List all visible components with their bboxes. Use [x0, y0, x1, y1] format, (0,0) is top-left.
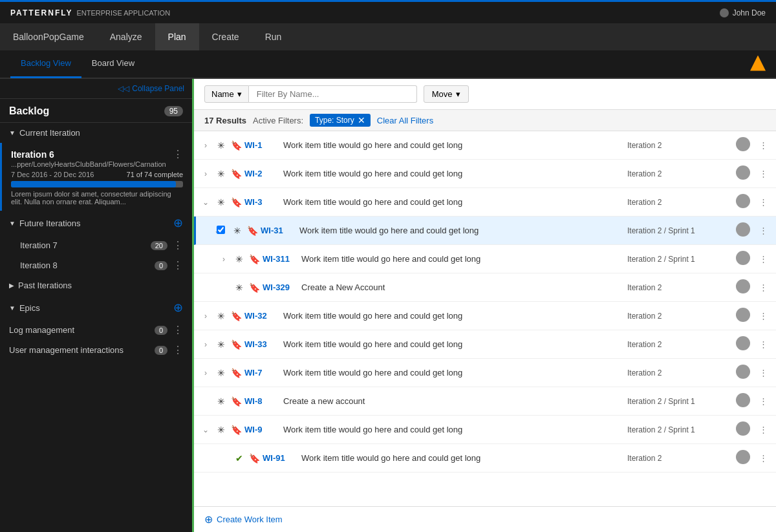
iteration-complete: 71 of 74 complete	[127, 171, 183, 178]
add-future-iteration-icon[interactable]: ⊕	[173, 216, 183, 230]
nav-item-create[interactable]: Create	[199, 23, 252, 50]
top-bar: PATTERNFLY ENTERPRISE APPLICATION John D…	[0, 0, 776, 23]
nav-item-app[interactable]: BalloonPopGame	[0, 23, 97, 50]
sidebar-item-epic-user[interactable]: User management interactions 0 ⋮	[0, 340, 192, 360]
expand-icon[interactable]: ›	[199, 169, 212, 178]
table-row[interactable]: ✳ 🔖 WI-8 Create a new account Iteration …	[194, 387, 776, 416]
chevron-down-icon: ▼	[9, 129, 16, 136]
bookmark-icon[interactable]: 🔖	[230, 339, 242, 350]
sidebar-item-iteration8[interactable]: Iteration 8 0 ⋮	[0, 255, 192, 275]
expand-icon[interactable]: ⌄	[199, 198, 212, 207]
sidebar-item-iteration7[interactable]: Iteration 7 20 ⋮	[0, 235, 192, 255]
clear-all-filters-button[interactable]: Clear All Filters	[377, 116, 433, 125]
nav-item-analyze[interactable]: Analyze	[97, 23, 155, 50]
epics-header[interactable]: ▼ Epics ⊕	[0, 295, 192, 320]
bookmark-icon[interactable]: 🔖	[230, 140, 242, 151]
table-row[interactable]: › ✳ 🔖 WI-2 Work item title would go here…	[194, 160, 776, 188]
bookmark-icon[interactable]: 🔖	[248, 282, 260, 293]
expand-icon[interactable]: ›	[199, 368, 212, 378]
progress-fill	[11, 181, 176, 187]
work-item-title: Work item title would go here and could …	[283, 169, 625, 178]
filter-badge-type-story[interactable]: Type: Story ✕	[310, 114, 371, 127]
move-button[interactable]: Move ▾	[424, 85, 469, 103]
bookmark-icon[interactable]: 🔖	[246, 226, 258, 236]
expand-icon[interactable]: ›	[199, 312, 212, 321]
iteration8-name: Iteration 8	[20, 261, 155, 270]
table-row[interactable]: ✳ 🔖 WI-329 Create a New Account Iteratio…	[194, 273, 776, 302]
add-epic-icon[interactable]: ⊕	[173, 301, 183, 315]
bookmark-icon[interactable]: 🔖	[230, 311, 242, 321]
row-checkbox[interactable]	[217, 226, 228, 236]
create-work-item-button[interactable]: ⊕ Create Work Item	[204, 513, 283, 526]
work-item-iteration: Iteration 2	[627, 141, 731, 150]
user-menu[interactable]: John Doe	[720, 8, 766, 17]
work-item-menu-icon[interactable]: ⋮	[755, 311, 771, 321]
epic-log-menu-icon[interactable]: ⋮	[173, 324, 183, 336]
work-item-menu-icon[interactable]: ⋮	[755, 368, 771, 378]
work-item-title: Work item title would go here and could …	[283, 197, 625, 207]
iteration7-menu-icon[interactable]: ⋮	[173, 239, 183, 251]
work-item-menu-icon[interactable]: ⋮	[755, 140, 771, 150]
sidebar-item-epic-log[interactable]: Log management 0 ⋮	[0, 320, 192, 340]
chevron-down-icon-move: ▾	[456, 89, 460, 99]
work-item-id: WI-8	[244, 396, 281, 406]
table-row[interactable]: › ✳ 🔖 WI-7 Work item title would go here…	[194, 359, 776, 387]
future-iterations-header[interactable]: ▼ Future Iterations ⊕	[0, 211, 192, 235]
user-avatar	[736, 222, 750, 237]
table-row[interactable]: ⌄ ✳ 🔖 WI-3 Work item title would go here…	[194, 188, 776, 217]
work-item-iteration: Iteration 2	[627, 283, 731, 292]
bookmark-icon[interactable]: 🔖	[230, 396, 242, 407]
work-item-menu-icon[interactable]: ⋮	[755, 282, 771, 292]
iteration-menu-icon[interactable]: ⋮	[173, 148, 183, 160]
expand-icon[interactable]: ⌄	[199, 425, 212, 434]
table-row[interactable]: › ✳ 🔖 WI-33 Work item title would go her…	[194, 330, 776, 359]
table-row[interactable]: › ✳ 🔖 WI-1 Work item title would go here…	[194, 131, 776, 160]
work-item-menu-icon[interactable]: ⋮	[755, 254, 771, 264]
expand-icon[interactable]: ›	[217, 255, 230, 264]
bookmark-icon[interactable]: 🔖	[248, 254, 260, 264]
filter-badge-close-icon[interactable]: ✕	[358, 115, 365, 125]
tab-board-view[interactable]: Board View	[81, 50, 145, 78]
table-row[interactable]: › ✳ 🔖 WI-32 Work item title would go her…	[194, 302, 776, 330]
expand-icon[interactable]: ›	[199, 340, 212, 349]
table-row[interactable]: › ✳ 🔖 WI-311 Work item title would go he…	[194, 245, 776, 273]
epic-user-menu-icon[interactable]: ⋮	[173, 344, 183, 356]
work-item-type-icon: ✳	[231, 226, 244, 236]
work-item-menu-icon[interactable]: ⋮	[755, 425, 771, 434]
bookmark-icon[interactable]: 🔖	[248, 453, 260, 463]
work-item-user	[733, 251, 753, 267]
bookmark-icon[interactable]: 🔖	[230, 368, 242, 378]
move-label: Move	[432, 89, 453, 99]
filter-by-name-input[interactable]	[249, 85, 417, 103]
bookmark-icon[interactable]: 🔖	[230, 425, 242, 435]
work-item-iteration: Iteration 2 / Sprint 1	[627, 226, 731, 235]
work-item-menu-icon[interactable]: ⋮	[755, 197, 771, 207]
expand-icon[interactable]: ⌄	[201, 226, 214, 235]
collapse-label: Collapse Panel	[132, 84, 184, 93]
past-iterations-header[interactable]: ▶ Past Iterations	[0, 275, 192, 295]
nav-item-run[interactable]: Run	[252, 23, 295, 50]
tab-backlog-view[interactable]: Backlog View	[10, 50, 81, 78]
bookmark-icon[interactable]: 🔖	[230, 169, 242, 179]
work-item-id: WI-91	[263, 453, 299, 463]
expand-icon[interactable]: ›	[199, 141, 212, 150]
collapse-panel-button[interactable]: ◁◁ Collapse Panel	[118, 84, 184, 93]
filter-name-button[interactable]: Name ▾	[204, 85, 249, 103]
iteration8-menu-icon[interactable]: ⋮	[173, 259, 183, 271]
work-item-user	[733, 165, 753, 182]
bookmark-icon[interactable]: 🔖	[230, 197, 242, 207]
work-item-iteration: Iteration 2 / Sprint 1	[627, 397, 731, 406]
epic-log-count: 0	[155, 326, 167, 335]
work-item-menu-icon[interactable]: ⋮	[755, 339, 771, 349]
table-row[interactable]: ⌄ ✳ 🔖 WI-31 Work item title would go her…	[194, 217, 776, 245]
work-item-menu-icon[interactable]: ⋮	[755, 396, 771, 406]
work-item-title: Work item title would go here and could …	[299, 226, 625, 235]
table-row[interactable]: ✔ 🔖 WI-91 Work item title would go here …	[194, 444, 776, 473]
work-item-menu-icon[interactable]: ⋮	[755, 169, 771, 178]
current-iteration-header[interactable]: ▼ Current Iteration	[0, 123, 192, 143]
nav-item-plan[interactable]: Plan	[155, 23, 199, 50]
work-item-menu-icon[interactable]: ⋮	[755, 226, 771, 235]
row-checkbox-input[interactable]	[217, 226, 225, 234]
work-item-menu-icon[interactable]: ⋮	[755, 453, 771, 463]
table-row[interactable]: ⌄ ✳ 🔖 WI-9 Work item title would go here…	[194, 416, 776, 444]
